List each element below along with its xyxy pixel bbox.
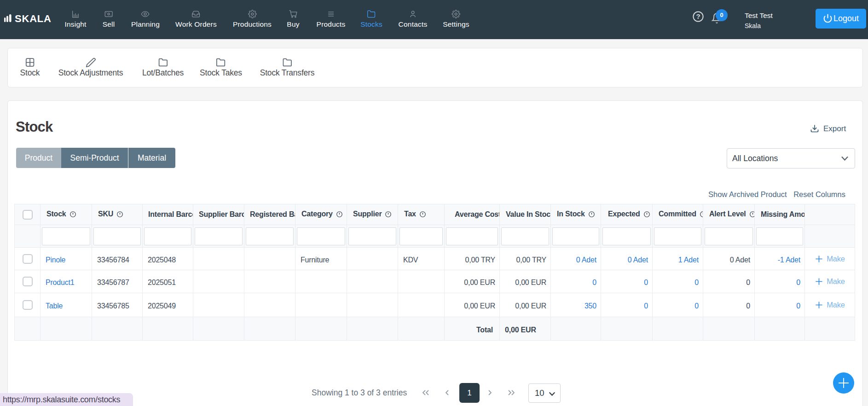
- svg-text:?: ?: [696, 12, 700, 20]
